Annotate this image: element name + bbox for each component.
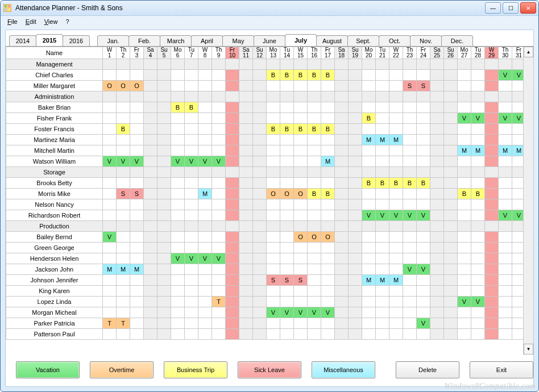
day-cell[interactable] bbox=[103, 199, 117, 210]
day-cell[interactable] bbox=[458, 70, 471, 81]
day-cell[interactable] bbox=[294, 253, 308, 264]
day-cell[interactable] bbox=[335, 199, 349, 210]
day-cell[interactable] bbox=[499, 135, 512, 145]
day-cell[interactable] bbox=[157, 275, 171, 286]
day-cell[interactable] bbox=[471, 156, 485, 167]
day-cell[interactable] bbox=[280, 91, 294, 102]
day-cell[interactable]: M bbox=[103, 264, 117, 275]
day-cell[interactable] bbox=[349, 243, 362, 253]
day-cell[interactable] bbox=[198, 329, 212, 340]
day-cell[interactable]: O bbox=[321, 232, 335, 243]
day-cell[interactable] bbox=[430, 318, 444, 329]
day-cell[interactable] bbox=[403, 145, 417, 156]
day-cell[interactable] bbox=[485, 70, 499, 81]
day-cell[interactable] bbox=[335, 178, 349, 189]
day-cell[interactable] bbox=[267, 264, 280, 275]
day-cell[interactable]: B bbox=[403, 178, 417, 189]
day-cell[interactable] bbox=[157, 124, 171, 135]
day-cell[interactable] bbox=[226, 199, 239, 210]
day-cell[interactable] bbox=[253, 232, 267, 243]
day-cell[interactable] bbox=[321, 135, 335, 145]
day-cell[interactable] bbox=[349, 156, 362, 167]
day-cell[interactable]: V bbox=[212, 253, 226, 264]
day-cell[interactable] bbox=[444, 243, 458, 253]
day-cell[interactable] bbox=[499, 189, 512, 199]
day-cell[interactable] bbox=[239, 286, 253, 297]
day-cell[interactable] bbox=[226, 286, 239, 297]
day-cell[interactable] bbox=[321, 264, 335, 275]
day-cell[interactable] bbox=[130, 91, 144, 102]
day-cell[interactable] bbox=[157, 199, 171, 210]
day-cell[interactable] bbox=[485, 286, 499, 297]
day-cell[interactable] bbox=[362, 70, 376, 81]
name-cell[interactable]: Production bbox=[6, 221, 103, 232]
day-cell[interactable] bbox=[430, 91, 444, 102]
day-cell[interactable] bbox=[430, 232, 444, 243]
day-cell[interactable] bbox=[267, 135, 280, 145]
day-cell[interactable] bbox=[349, 113, 362, 124]
day-cell[interactable]: B bbox=[389, 178, 403, 189]
day-cell[interactable] bbox=[157, 318, 171, 329]
day-cell[interactable] bbox=[253, 145, 267, 156]
day-cell[interactable] bbox=[417, 102, 430, 113]
day-cell[interactable] bbox=[226, 81, 239, 91]
day-cell[interactable] bbox=[389, 307, 403, 318]
day-cell[interactable] bbox=[444, 275, 458, 286]
day-cell[interactable] bbox=[321, 253, 335, 264]
day-cell[interactable] bbox=[458, 59, 471, 70]
day-cell[interactable] bbox=[485, 189, 499, 199]
day-cell[interactable] bbox=[212, 113, 226, 124]
day-cell[interactable] bbox=[239, 221, 253, 232]
day-cell[interactable] bbox=[335, 243, 349, 253]
day-cell[interactable] bbox=[157, 210, 171, 221]
day-cell[interactable] bbox=[499, 307, 512, 318]
day-cell[interactable]: V bbox=[130, 156, 144, 167]
day-cell[interactable] bbox=[362, 199, 376, 210]
day-cell[interactable] bbox=[239, 70, 253, 81]
day-cell[interactable] bbox=[171, 329, 185, 340]
day-cell[interactable] bbox=[253, 102, 267, 113]
day-cell[interactable] bbox=[376, 70, 389, 81]
day-cell[interactable] bbox=[267, 145, 280, 156]
day-cell[interactable] bbox=[485, 156, 499, 167]
day-cell[interactable] bbox=[335, 253, 349, 264]
day-cell[interactable]: V bbox=[198, 253, 212, 264]
day-cell[interactable] bbox=[198, 70, 212, 81]
day-cell[interactable] bbox=[117, 167, 130, 178]
day-cell[interactable] bbox=[335, 81, 349, 91]
day-cell[interactable] bbox=[185, 210, 198, 221]
day-cell[interactable] bbox=[198, 307, 212, 318]
day-cell[interactable] bbox=[280, 156, 294, 167]
day-cell[interactable] bbox=[185, 145, 198, 156]
month-tab[interactable]: June bbox=[254, 35, 285, 46]
day-cell[interactable] bbox=[294, 135, 308, 145]
day-cell[interactable] bbox=[335, 113, 349, 124]
day-cell[interactable] bbox=[512, 156, 524, 167]
day-cell[interactable] bbox=[185, 113, 198, 124]
day-cell[interactable] bbox=[144, 210, 157, 221]
day-cell[interactable] bbox=[403, 318, 417, 329]
day-cell[interactable] bbox=[171, 59, 185, 70]
day-cell[interactable] bbox=[389, 243, 403, 253]
day-cell[interactable] bbox=[144, 264, 157, 275]
day-cell[interactable] bbox=[171, 81, 185, 91]
day-cell[interactable] bbox=[499, 102, 512, 113]
day-cell[interactable] bbox=[376, 124, 389, 135]
day-cell[interactable] bbox=[253, 253, 267, 264]
day-cell[interactable] bbox=[417, 253, 430, 264]
day-cell[interactable] bbox=[471, 264, 485, 275]
day-cell[interactable] bbox=[103, 329, 117, 340]
day-cell[interactable] bbox=[389, 232, 403, 243]
day-cell[interactable] bbox=[239, 156, 253, 167]
day-cell[interactable] bbox=[321, 329, 335, 340]
name-cell[interactable]: Miller Margaret bbox=[6, 81, 103, 91]
day-cell[interactable] bbox=[226, 275, 239, 286]
day-cell[interactable] bbox=[267, 232, 280, 243]
day-cell[interactable] bbox=[294, 156, 308, 167]
day-cell[interactable]: B bbox=[417, 178, 430, 189]
day-cell[interactable] bbox=[185, 70, 198, 81]
day-cell[interactable] bbox=[198, 178, 212, 189]
day-cell[interactable] bbox=[144, 199, 157, 210]
day-cell[interactable] bbox=[485, 91, 499, 102]
day-cell[interactable] bbox=[321, 275, 335, 286]
